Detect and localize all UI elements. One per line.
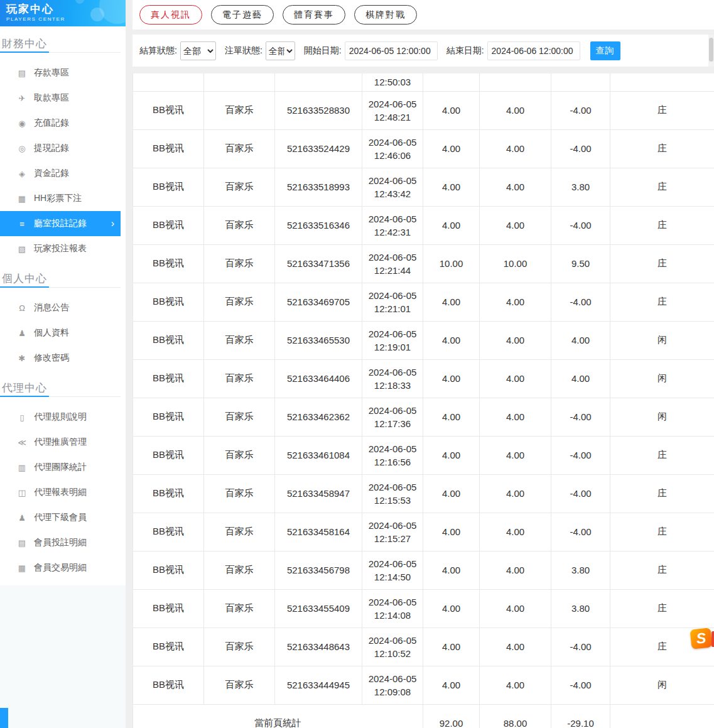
cell-game: 百家乐 bbox=[204, 168, 275, 206]
category-tab-bar: 真人視訊 電子遊藝 體育賽事 棋牌對戰 bbox=[133, 0, 714, 30]
sidebar-item-withdrawal-records[interactable]: ◎ 提現記錄 bbox=[0, 136, 121, 161]
tab-sports-events[interactable]: 體育賽事 bbox=[283, 5, 345, 24]
cell-bet-amount: 4.00 bbox=[423, 321, 480, 359]
bell-icon: Ω bbox=[17, 303, 27, 313]
sidebar-item-agent-sub-members[interactable]: ♟ 代理下級會員 bbox=[0, 505, 121, 530]
sidebar-item-member-transaction-details[interactable]: ▦ 會員交易明細 bbox=[0, 555, 121, 580]
cell-result: 庄 bbox=[610, 168, 714, 206]
table-row: BB视讯 百家乐 521633456798 2024-06-05 12:14:5… bbox=[133, 551, 714, 589]
cell-bet-id: 521633518993 bbox=[275, 168, 362, 206]
sidebar-item-deposit-zone[interactable]: ▤ 存款專區 bbox=[0, 60, 121, 85]
table-row: BB视讯 百家乐 521633458947 2024-06-05 12:15:5… bbox=[133, 474, 714, 513]
cell-valid-amount: 4.00 bbox=[480, 91, 551, 129]
cell-result: 庄 bbox=[610, 283, 714, 321]
table-row: BB视讯 百家乐 521633471356 2024-06-05 12:21:4… bbox=[133, 244, 714, 283]
cell-time: 12:14:50 bbox=[362, 570, 423, 584]
gear-icon: ✱ bbox=[17, 354, 27, 363]
tab-electronic-games[interactable]: 電子遊藝 bbox=[211, 5, 274, 24]
cell-game: 百家乐 bbox=[204, 283, 275, 321]
cell-platform: BB视讯 bbox=[133, 627, 204, 666]
sidebar-item-withdraw-zone[interactable]: ✈ 取款專區 bbox=[0, 85, 121, 111]
cell-datetime: 2024-06-05 12:18:33 bbox=[362, 359, 423, 398]
table-row: BB视讯 百家乐 521633464406 2024-06-05 12:18:3… bbox=[133, 359, 714, 398]
sidebar-item-fund-records[interactable]: ◈ 資金記錄 bbox=[0, 161, 121, 186]
cell-valid-amount: 10.00 bbox=[480, 244, 551, 283]
cell-time: 12:46:06 bbox=[362, 149, 423, 162]
cell-bet-id: 521633464406 bbox=[275, 359, 362, 398]
lottery-bet-icon: ▦ bbox=[17, 194, 27, 204]
cell-datetime: 2024-06-05 12:17:36 bbox=[362, 398, 423, 436]
cell-game: 百家乐 bbox=[204, 627, 275, 666]
cell-game: 百家乐 bbox=[204, 244, 275, 283]
summary-empty bbox=[610, 704, 714, 728]
cell-valid-amount: 4.00 bbox=[480, 283, 551, 321]
sidebar-item-agent-promotion[interactable]: ≪ 代理推廣管理 bbox=[0, 430, 121, 455]
sidebar-item-profile[interactable]: ♟ 個人資料 bbox=[0, 320, 121, 345]
cell-result: 庄 bbox=[610, 129, 714, 168]
sidebar-item-room-bet-records[interactable]: ≡ 廳室投註記錄 › bbox=[0, 211, 121, 236]
cell-result bbox=[610, 73, 714, 91]
cell-valid-amount: 4.00 bbox=[480, 359, 551, 398]
cell-win-loss: -4.00 bbox=[551, 398, 610, 436]
cell-date: 2024-06-05 bbox=[362, 327, 423, 340]
cell-bet-amount: 4.00 bbox=[423, 627, 480, 666]
cell-win-loss: 3.80 bbox=[551, 589, 610, 627]
table-row-partial: 12:50:03 bbox=[133, 73, 714, 91]
sidebar-item-label: 資金記錄 bbox=[34, 168, 69, 179]
sidebar-item-player-bet-report[interactable]: ▧ 玩家投注報表 bbox=[0, 236, 121, 261]
cell-bet-amount: 4.00 bbox=[423, 474, 480, 513]
cell-platform: BB视讯 bbox=[133, 91, 204, 129]
summary-label: 當前頁統計 bbox=[133, 704, 423, 728]
cell-time: 12:43:42 bbox=[362, 187, 423, 200]
sidebar-item-recharge-records[interactable]: ◉ 充值記錄 bbox=[0, 111, 121, 136]
sidebar-item-hh-lottery-bets[interactable]: ▦ HH彩票下注 bbox=[0, 186, 121, 211]
cell-time: 12:18:33 bbox=[362, 379, 423, 392]
people-icon: ♟ bbox=[17, 513, 27, 523]
start-date-input[interactable] bbox=[345, 41, 438, 60]
sidebar-item-member-bet-details[interactable]: ▤ 會員投註明細 bbox=[0, 530, 121, 555]
cell-valid-amount: 4.00 bbox=[480, 436, 551, 474]
query-button[interactable]: 查詢 bbox=[590, 41, 620, 60]
sidebar-item-change-password[interactable]: ✱ 修改密碼 bbox=[0, 345, 121, 371]
end-date-input[interactable] bbox=[487, 41, 580, 60]
cell-valid-amount: 4.00 bbox=[480, 398, 551, 436]
report-icon: ◫ bbox=[17, 488, 27, 497]
cell-datetime: 2024-06-05 12:21:01 bbox=[362, 283, 423, 321]
start-date-label: 開始日期: bbox=[304, 45, 342, 57]
settle-status-select[interactable]: 全部 bbox=[180, 41, 216, 60]
cell-valid-amount: 4.00 bbox=[480, 474, 551, 513]
cell-bet-id: 521633448643 bbox=[275, 627, 362, 666]
table-row: BB视讯 百家乐 521633469705 2024-06-05 12:21:0… bbox=[133, 283, 714, 321]
table-row: BB视讯 百家乐 521633461084 2024-06-05 12:16:5… bbox=[133, 436, 714, 474]
cell-win-loss: -4.00 bbox=[551, 206, 610, 244]
table-row: BB视讯 百家乐 521633462362 2024-06-05 12:17:3… bbox=[133, 398, 714, 436]
sogou-ime-icon[interactable]: S bbox=[690, 627, 712, 649]
cell-win-loss: -4.00 bbox=[551, 91, 610, 129]
cell-game: 百家乐 bbox=[204, 513, 275, 551]
sidebar-item-agent-team-stats[interactable]: ▥ 代理團隊統計 bbox=[0, 455, 121, 480]
bet-status-select[interactable]: 全部 bbox=[266, 41, 295, 60]
scrollbar-thumb[interactable] bbox=[709, 38, 713, 62]
cell-win-loss: -4.00 bbox=[551, 627, 610, 666]
cell-platform: BB视讯 bbox=[133, 436, 204, 474]
cell-platform: BB视讯 bbox=[133, 666, 204, 704]
cell-valid-amount: 4.00 bbox=[480, 589, 551, 627]
scrollbar-track[interactable] bbox=[708, 35, 714, 67]
sidebar-item-label: 充值記錄 bbox=[34, 117, 69, 129]
cell-win-loss: 4.00 bbox=[551, 321, 610, 359]
sidebar-item-agent-report-details[interactable]: ◫ 代理報表明細 bbox=[0, 480, 121, 505]
cell-result: 庄 bbox=[610, 513, 714, 551]
sogou-s-letter: S bbox=[696, 631, 707, 646]
cell-valid-amount: 4.00 bbox=[480, 666, 551, 704]
sidebar-item-agent-rules[interactable]: ▯ 代理規則說明 bbox=[0, 405, 121, 430]
tab-live-video[interactable]: 真人視訊 bbox=[139, 5, 202, 24]
sidebar: 玩家中心 PLAYERS CENTER 財務中心 ▤ 存款專區 ✈ 取款專區 ◉… bbox=[0, 0, 126, 728]
cell-date: 2024-06-05 bbox=[362, 404, 423, 417]
sidebar-item-announcements[interactable]: Ω 消息公告 bbox=[0, 295, 121, 320]
cell-platform: BB视讯 bbox=[133, 513, 204, 551]
cell-date: 2024-06-05 bbox=[362, 557, 423, 570]
sidebar-item-label: 會員交易明細 bbox=[34, 562, 87, 573]
sidebar-item-label: 消息公告 bbox=[34, 302, 69, 313]
cell-date: 2024-06-05 bbox=[362, 481, 423, 494]
tab-board-card-games[interactable]: 棋牌對戰 bbox=[354, 5, 417, 24]
